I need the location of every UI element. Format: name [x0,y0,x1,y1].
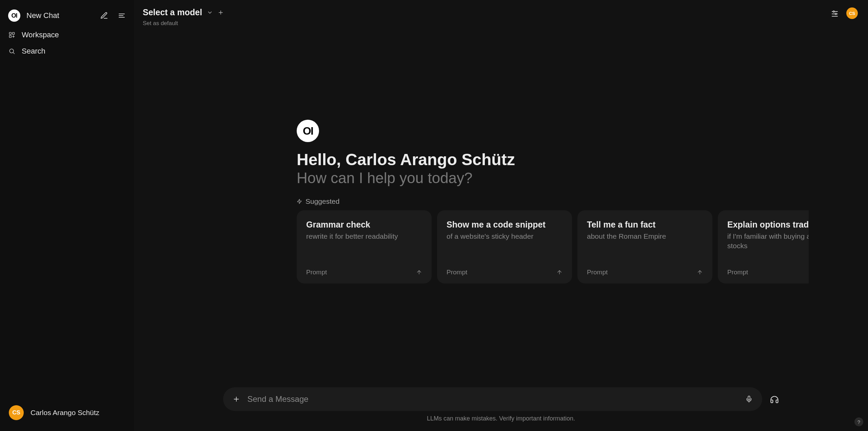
settings-icon[interactable] [831,9,839,17]
headphones-button[interactable] [770,394,779,404]
svg-rect-5 [9,36,12,38]
sidebar: OI New Chat Workspace Search [0,0,134,431]
arrow-up-icon [556,269,563,275]
set-default-button[interactable]: Set as default [143,20,224,27]
model-selector[interactable]: Select a model [143,7,224,17]
new-chat-label: New Chat [26,11,59,20]
card-subtitle: if I'm familiar with buying and selling … [727,232,809,251]
search-button[interactable]: Search [6,44,128,58]
workspace-icon [8,31,16,39]
card-subtitle: about the Roman Empire [587,232,703,241]
greeting-title: Hello, Carlos Arango Schütz [297,150,515,169]
user-name: Carlos Arango Schütz [31,409,99,417]
bolt-icon [297,199,302,204]
main: Select a model Set as default CS OI Hell… [134,0,868,431]
card-title: Grammar check [306,220,422,230]
svg-point-13 [835,13,836,15]
avatar-small[interactable]: CS [846,7,858,19]
card-tag: Prompt [587,269,608,276]
chevron-down-icon [207,9,213,16]
suggestion-card[interactable]: Tell me a fun fact about the Roman Empir… [577,210,712,283]
content: OI Hello, Carlos Arango Schütz How can I… [134,32,868,431]
search-icon [8,47,16,55]
card-title: Show me a code snippet [447,220,563,230]
svg-rect-3 [9,33,12,35]
app-logo-large: OI [297,120,319,142]
card-subtitle: of a website's sticky header [447,232,563,241]
user-menu[interactable]: CS Carlos Arango Schütz [6,403,128,424]
menu-icon[interactable] [118,12,126,20]
suggested-header: Suggested [297,197,339,205]
model-selector-label: Select a model [143,7,202,17]
card-title: Tell me a fun fact [587,220,703,230]
card-subtitle: rewrite it for better readability [306,232,422,241]
greeting-subtitle: How can I help you today? [297,170,473,187]
message-input[interactable] [248,394,738,404]
topbar: Select a model Set as default CS [134,0,868,32]
svg-rect-4 [13,33,15,35]
card-tag: Prompt [447,269,467,276]
composer: LLMs can make mistakes. Verify important… [223,387,779,422]
suggestion-card[interactable]: Grammar check rewrite it for better read… [297,210,432,283]
card-title: Explain options trading [727,220,809,230]
add-model-button[interactable] [218,9,224,16]
new-chat-button[interactable]: OI New Chat [6,7,128,24]
workspace-label: Workspace [22,31,59,39]
message-input-container [223,387,762,411]
workspace-button[interactable]: Workspace [6,28,128,42]
suggested-label: Suggested [305,197,339,205]
microphone-button[interactable] [745,395,753,403]
suggestion-card[interactable]: Explain options trading if I'm familiar … [718,210,809,283]
compose-icon[interactable] [100,12,108,20]
arrow-up-icon [697,269,703,275]
avatar: CS [9,405,24,420]
search-label: Search [22,47,45,56]
card-tag: Prompt [306,269,327,276]
attach-button[interactable] [233,395,240,403]
svg-marker-15 [297,199,301,203]
arrow-up-icon [416,269,422,275]
card-tag: Prompt [727,269,748,276]
suggestion-cards: Grammar check rewrite it for better read… [297,210,809,283]
help-button[interactable]: ? [854,417,863,426]
svg-point-11 [833,11,834,12]
svg-line-7 [13,53,15,54]
suggestion-card[interactable]: Show me a code snippet of a website's st… [437,210,572,283]
app-logo-icon: OI [8,9,20,22]
disclaimer: LLMs can make mistakes. Verify important… [427,415,575,422]
